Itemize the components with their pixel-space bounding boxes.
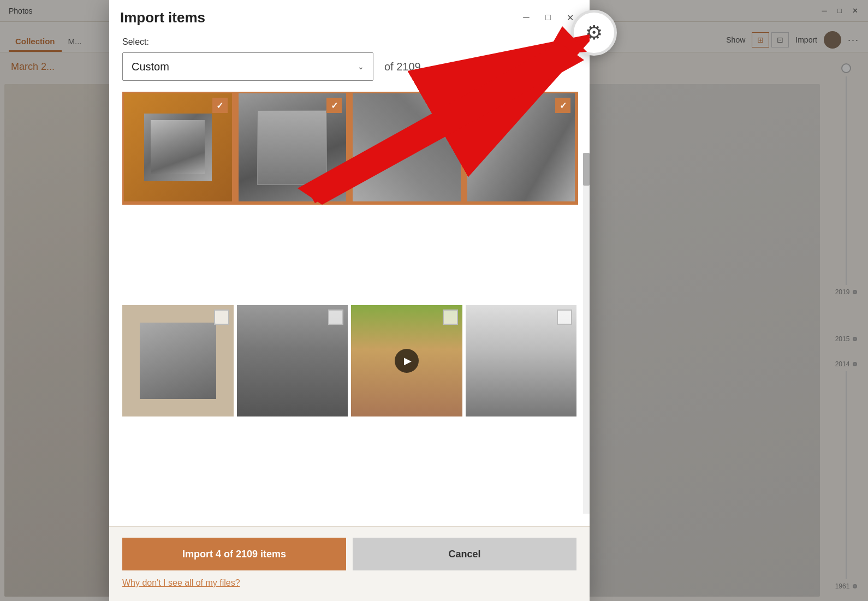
checkmark-icon: ✓ <box>331 100 338 111</box>
item-count: of 2109 <box>384 61 421 73</box>
photo-item[interactable]: ✓ <box>351 92 462 203</box>
cancel-button[interactable]: Cancel <box>353 538 576 570</box>
photo-checkbox[interactable]: ✓ <box>326 98 342 113</box>
photo-checkbox[interactable] <box>328 310 343 325</box>
settings-gear-icon: ⚙ <box>585 21 603 44</box>
scrollbar-track <box>583 153 590 514</box>
photo-checkbox[interactable] <box>443 310 458 325</box>
play-icon: ▶ <box>404 355 412 367</box>
select-label: Select: <box>122 37 576 47</box>
import-button[interactable]: Import 4 of 2109 items <box>122 538 346 570</box>
photo-checkbox[interactable] <box>214 310 229 325</box>
photo-checkbox[interactable]: ✓ <box>555 98 570 113</box>
video-play-button[interactable]: ▶ <box>395 349 419 373</box>
checkmark-icon: ✓ <box>445 100 452 111</box>
photo-thumbnail <box>144 114 212 181</box>
dialog-maximize-button[interactable]: □ <box>539 9 557 26</box>
checkmark-icon: ✓ <box>560 100 567 111</box>
dropdown-value: Custom <box>132 61 169 73</box>
photo-checkbox[interactable]: ✓ <box>441 98 456 113</box>
photo-grid: ✓ ✓ ✓ <box>122 92 579 515</box>
dialog-minimize-button[interactable]: ─ <box>518 9 535 26</box>
help-link[interactable]: Why don't I see all of my files? <box>122 578 576 588</box>
dialog-titlebar: Import items ─ □ ✕ <box>109 0 590 26</box>
photo-item[interactable]: ▶ <box>351 305 462 416</box>
dialog-titlebar-controls: ─ □ ✕ <box>518 9 579 26</box>
photo-item[interactable]: ✓ <box>237 92 348 203</box>
checkmark-icon: ✓ <box>216 100 223 111</box>
footer-buttons: Import 4 of 2109 items Cancel <box>122 538 576 570</box>
select-dropdown[interactable]: Custom ⌄ <box>122 52 373 81</box>
photo-checkbox[interactable]: ✓ <box>212 98 228 113</box>
photo-item[interactable]: ✓ <box>466 92 577 203</box>
photo-item[interactable] <box>466 305 577 416</box>
dialog-body: Select: Custom ⌄ of 2109 ✓ <box>109 26 590 526</box>
scrollbar-thumb[interactable] <box>583 153 590 186</box>
chevron-down-icon: ⌄ <box>358 62 364 71</box>
dialog-footer: Import 4 of 2109 items Cancel Why don't … <box>109 526 590 601</box>
import-dialog: Import items ─ □ ✕ ⚙ Select: Custom <box>109 0 590 601</box>
photo-item[interactable]: ✓ <box>122 92 234 203</box>
select-row: Custom ⌄ of 2109 <box>122 52 576 81</box>
settings-button[interactable]: ⚙ <box>571 10 617 56</box>
photo-item[interactable] <box>237 305 348 416</box>
photo-checkbox[interactable] <box>557 310 572 325</box>
dialog-title: Import items <box>120 9 518 26</box>
photo-item[interactable] <box>122 305 234 416</box>
